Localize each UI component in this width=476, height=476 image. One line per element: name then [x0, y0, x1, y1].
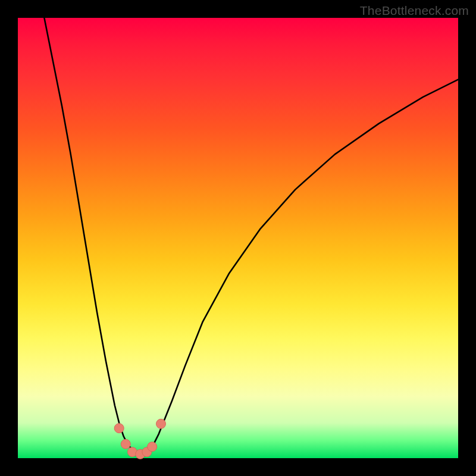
- outer-frame: TheBottleneck.com: [0, 0, 476, 476]
- curve-left-branch: [44, 18, 141, 455]
- valley-marker: [148, 442, 157, 452]
- chart-svg: [18, 18, 458, 458]
- curve-right-branch: [141, 80, 458, 455]
- valley-marker: [156, 419, 166, 428]
- plot-area: [18, 18, 458, 458]
- valley-marker: [121, 439, 130, 449]
- curve-group: [44, 18, 458, 455]
- watermark-text: TheBottleneck.com: [360, 4, 469, 18]
- marker-group: [114, 419, 165, 459]
- valley-marker: [114, 424, 124, 433]
